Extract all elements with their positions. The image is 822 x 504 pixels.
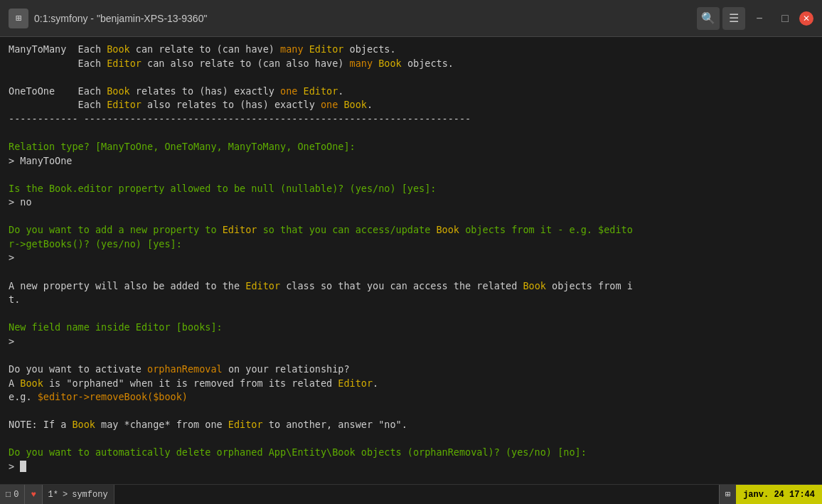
branch-arrow: > (63, 490, 68, 500)
branch-command: symfony (72, 490, 107, 500)
status-count: 0 (14, 490, 18, 500)
statusbar: □ 0 ♥ 1* > symfony ⊞ janv. 24 17:44 (0, 484, 822, 504)
heart-icon: ♥ (31, 490, 36, 500)
window-icon: ⊞ (9, 9, 28, 28)
status-window: □ 0 (0, 485, 25, 504)
statusbar-right: ⊞ janv. 24 17:44 (719, 485, 822, 504)
branch-label: 1* (48, 490, 58, 500)
minimize-button[interactable]: − (748, 7, 771, 30)
window-icon-status: □ (6, 490, 11, 500)
status-right-icon: ⊞ (719, 485, 736, 504)
close-button[interactable]: ✕ (799, 11, 813, 26)
statusbar-left: □ 0 ♥ 1* > symfony (0, 485, 114, 504)
status-heart-box: ♥ (25, 485, 42, 504)
status-time: janv. 24 17:44 (736, 485, 822, 504)
titlebar-title: 0:1:symfony - "benjamin-XPS-13-9360" (34, 13, 207, 24)
titlebar-controls: 🔍 ☰ − □ ✕ (697, 7, 813, 30)
search-button[interactable]: 🔍 (697, 7, 720, 30)
grid-icon: ⊞ (725, 489, 730, 500)
maximize-button[interactable]: □ (774, 7, 796, 30)
terminal-output: ManyToMany Each Book can relate to (can … (9, 43, 813, 473)
terminal-body: ManyToMany Each Book can relate to (can … (0, 37, 822, 484)
titlebar: ⊞ 0:1:symfony - "benjamin-XPS-13-9360" 🔍… (0, 0, 822, 37)
titlebar-left: ⊞ 0:1:symfony - "benjamin-XPS-13-9360" (9, 9, 207, 28)
menu-button[interactable]: ☰ (722, 7, 745, 30)
status-branch: 1* > symfony (43, 485, 114, 504)
